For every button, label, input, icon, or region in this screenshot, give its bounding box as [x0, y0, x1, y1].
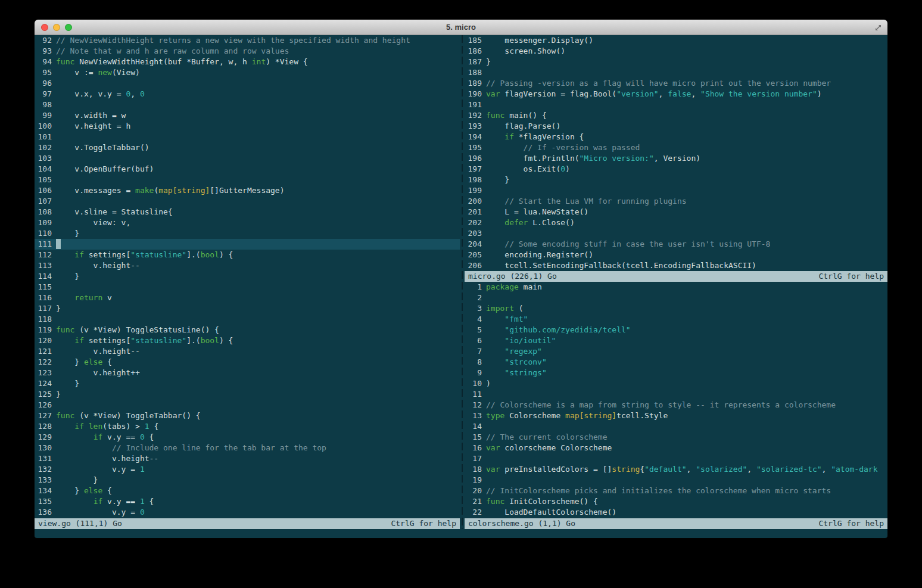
code-line[interactable]: 97 v.x, v.y = 0, 0	[35, 89, 460, 99]
code-text[interactable]	[486, 389, 887, 400]
code-line[interactable]: 94func NewViewWidthHeight(buf *Buffer, w…	[35, 57, 460, 67]
code-line[interactable]: 134 } else {	[35, 486, 460, 496]
code-line[interactable]: 186 screen.Show()	[465, 46, 887, 57]
code-line[interactable]: 10)	[465, 378, 887, 389]
code-text[interactable]: tcell.SetEncodingFallback(tcell.Encoding…	[486, 260, 887, 271]
code-text[interactable]: if v.y == 1 {	[56, 496, 460, 507]
code-line[interactable]: 104 v.OpenBuffer(buf)	[35, 164, 460, 175]
code-line[interactable]: 192func main() {	[465, 110, 887, 121]
code-text[interactable]: "github.com/zyedidia/tcell"	[486, 325, 887, 335]
code-line[interactable]: 115	[35, 282, 460, 293]
code-line[interactable]: 16var colorscheme Colorscheme	[465, 443, 887, 453]
code-line[interactable]: 120 if settings["statusline"].(bool) {	[35, 335, 460, 346]
code-text[interactable]: defer L.Close()	[486, 217, 887, 228]
code-line[interactable]: 101	[35, 132, 460, 142]
code-text[interactable]: v.height--	[56, 346, 460, 357]
code-text[interactable]	[486, 185, 887, 196]
code-text[interactable]: // Note that w and h are raw column and …	[56, 46, 460, 57]
editor-micro-go[interactable]: 185 messenger.Display()186 screen.Show()…	[465, 35, 887, 271]
code-text[interactable]: if len(tabs) > 1 {	[56, 421, 460, 432]
resize-icon[interactable]	[874, 24, 882, 32]
code-text[interactable]: v.x, v.y = 0, 0	[56, 89, 460, 99]
code-line[interactable]: 203	[465, 228, 887, 239]
code-text[interactable]: if settings["statusline"].(bool) {	[56, 250, 460, 260]
code-line[interactable]: 102 v.ToggleTabbar()	[35, 142, 460, 153]
code-line[interactable]: 4 "fmt"	[465, 314, 887, 325]
code-line[interactable]: 12// Colorscheme is a map from string to…	[465, 400, 887, 410]
code-line[interactable]: 108 v.sline = Statusline{	[35, 207, 460, 217]
code-text[interactable]	[56, 99, 460, 110]
code-line[interactable]: 112 if settings["statusline"].(bool) {	[35, 250, 460, 260]
code-line[interactable]: 6 "io/ioutil"	[465, 335, 887, 346]
code-text[interactable]: // If -version was passed	[486, 142, 887, 153]
code-line[interactable]: 106 v.messages = make(map[string][]Gutte…	[35, 185, 460, 196]
code-line[interactable]: 9 "strings"	[465, 368, 887, 378]
code-text[interactable]: // The current colorscheme	[486, 432, 887, 443]
code-line[interactable]: 96	[35, 78, 460, 89]
code-line[interactable]: 200 // Start the Lua VM for running plug…	[465, 196, 887, 207]
code-line[interactable]: 131 v.height--	[35, 453, 460, 464]
code-text[interactable]: v.height--	[56, 260, 460, 271]
code-line[interactable]: 1package main	[465, 282, 887, 293]
code-line[interactable]: 93// Note that w and h are raw column an…	[35, 46, 460, 57]
code-line[interactable]: 103	[35, 153, 460, 164]
code-line[interactable]: 205 encoding.Register()	[465, 250, 887, 260]
code-text[interactable]	[56, 153, 460, 164]
code-line[interactable]: 202 defer L.Close()	[465, 217, 887, 228]
code-line[interactable]: 21func InitColorscheme() {	[465, 496, 887, 507]
code-text[interactable]: }	[56, 389, 460, 400]
code-line[interactable]: 19	[465, 475, 887, 486]
code-text[interactable]: var flagVersion = flag.Bool("version", f…	[486, 89, 887, 99]
code-line[interactable]: 17	[465, 453, 887, 464]
code-text[interactable]: // NewViewWidthHeight returns a new view…	[56, 35, 460, 46]
zoom-button[interactable]	[65, 24, 72, 31]
code-text[interactable]: }	[56, 303, 460, 314]
code-text[interactable]	[56, 282, 460, 293]
code-line[interactable]: 189// Passing -version as a flag will ha…	[465, 78, 887, 89]
code-line[interactable]: 119func (v *View) ToggleStatusLine() {	[35, 325, 460, 335]
editor-colorscheme-go[interactable]: 1package main23import (4 "fmt"5 "github.…	[465, 282, 887, 518]
code-text[interactable]: v := new(View)	[56, 67, 460, 78]
code-text[interactable]: view: v,	[56, 217, 460, 228]
code-text[interactable]	[56, 400, 460, 410]
code-line[interactable]: 118	[35, 314, 460, 325]
code-text[interactable]: )	[486, 378, 887, 389]
code-text[interactable]	[486, 293, 887, 303]
code-line[interactable]: 133 }	[35, 475, 460, 486]
code-text[interactable]: v.messages = make(map[string][]GutterMes…	[56, 185, 460, 196]
code-line[interactable]: 14	[465, 421, 887, 432]
code-line[interactable]: 135 if v.y == 1 {	[35, 496, 460, 507]
code-text[interactable]: }	[56, 378, 460, 389]
code-text[interactable]: v.ToggleTabbar()	[56, 142, 460, 153]
code-text[interactable]: os.Exit(0)	[486, 164, 887, 175]
code-line[interactable]: 116 return v	[35, 293, 460, 303]
code-text[interactable]: v.height = h	[56, 121, 460, 132]
code-line[interactable]: 127func (v *View) ToggleTabbar() {	[35, 410, 460, 421]
code-line[interactable]: 18var preInstalledColors = []string{"def…	[465, 464, 887, 475]
code-text[interactable]: v.OpenBuffer(buf)	[56, 164, 460, 175]
code-text[interactable]	[486, 453, 887, 464]
code-text[interactable]	[56, 78, 460, 89]
code-text[interactable]: screen.Show()	[486, 46, 887, 57]
code-line[interactable]: 204 // Some encoding stuff in case the u…	[465, 239, 887, 250]
code-line[interactable]: 129 if v.y == 0 {	[35, 432, 460, 443]
code-line[interactable]: 15// The current colorscheme	[465, 432, 887, 443]
code-line[interactable]: 128 if len(tabs) > 1 {	[35, 421, 460, 432]
code-text[interactable]: func InitColorscheme() {	[486, 496, 887, 507]
code-text[interactable]: }	[486, 175, 887, 185]
code-text[interactable]: v.width = w	[56, 110, 460, 121]
code-text[interactable]: // Colorscheme is a map from string to s…	[486, 400, 887, 410]
code-text[interactable]: }	[56, 228, 460, 239]
code-text[interactable]	[486, 421, 887, 432]
code-text[interactable]: fmt.Println("Micro version:", Version)	[486, 153, 887, 164]
code-text[interactable]: // Passing -version as a flag will have …	[486, 78, 887, 89]
code-line[interactable]: 136 v.y = 0	[35, 507, 460, 518]
code-line[interactable]: 20// InitColorscheme picks and initializ…	[465, 486, 887, 496]
code-text[interactable]: // Some encoding stuff in case the user …	[486, 239, 887, 250]
code-text[interactable]: } else {	[56, 357, 460, 368]
code-line[interactable]: 22 LoadDefaultColorscheme()	[465, 507, 887, 518]
code-text[interactable]: // InitColorscheme picks and initializes…	[486, 486, 887, 496]
code-text[interactable]: // Include one line for the tab bar at t…	[56, 443, 460, 453]
code-text[interactable]: v.height--	[56, 453, 460, 464]
code-line[interactable]: 197 os.Exit(0)	[465, 164, 887, 175]
